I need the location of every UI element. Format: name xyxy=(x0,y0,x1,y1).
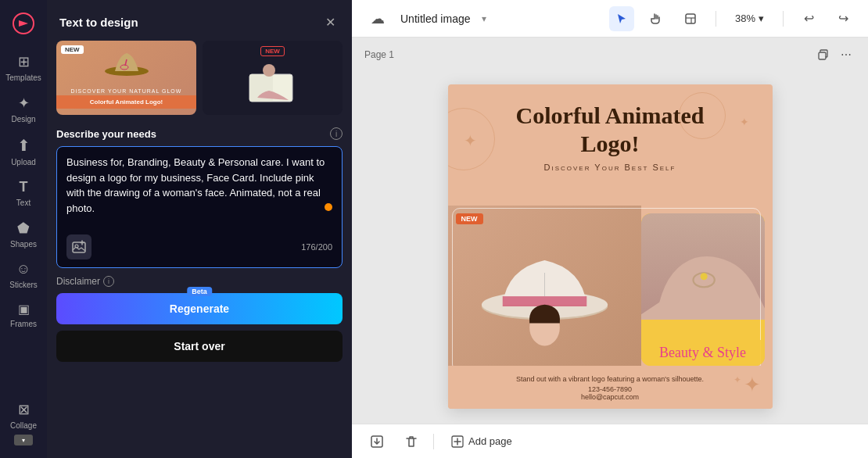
hand-tool-button[interactable] xyxy=(644,6,669,31)
text-to-design-panel: Text to design ✕ NEW DISCOVER YOUR NATUR… xyxy=(47,0,352,458)
collage-expand[interactable]: ▾ xyxy=(14,435,33,445)
regenerate-button[interactable]: Beta Regenerate xyxy=(56,293,343,324)
sidebar-item-label: Shapes xyxy=(10,240,37,249)
deco-star-2: ✦ xyxy=(740,116,749,128)
cloud-icon: ☁ xyxy=(371,10,385,27)
upload-icon: ⬆ xyxy=(17,136,30,155)
thumb-label-1: Colorful Animated Logo! xyxy=(56,95,196,109)
deco-circle-2 xyxy=(679,92,726,139)
sidebar-item-label: Upload xyxy=(11,158,36,166)
add-page-label: Add page xyxy=(468,435,512,447)
main-area: ☁ Untitled image ▾ 38% ▾ xyxy=(352,0,868,458)
card-tagline: Stand out with a vibrant logo featuring … xyxy=(516,375,704,383)
hand-photo xyxy=(641,213,765,320)
svg-point-19 xyxy=(700,273,707,280)
orange-dot xyxy=(325,203,332,211)
sidebar-item-design[interactable]: ✦ Design xyxy=(0,88,47,130)
redo-button[interactable]: ↪ xyxy=(830,6,855,31)
panel-header: Text to design ✕ xyxy=(47,0,352,41)
more-options-button[interactable]: ⋯ xyxy=(837,45,855,64)
page-label: Page 1 xyxy=(364,49,394,60)
undo-icon: ↩ xyxy=(804,11,814,26)
svg-point-6 xyxy=(263,64,275,77)
sidebar-item-label: Frames xyxy=(10,320,37,328)
describe-info-icon[interactable]: i xyxy=(330,127,343,140)
sidebar-item-upload[interactable]: ⬆ Upload xyxy=(0,130,47,173)
disclaimer-label: Disclaimer xyxy=(56,276,100,287)
collage-icon: ⊠ xyxy=(18,401,30,418)
thumb-discover-text: DISCOVER YOUR NATURAL GLOW xyxy=(71,88,182,94)
text-icon: T xyxy=(20,179,28,195)
describe-textarea[interactable]: Business for, Branding, Beauty & Persona… xyxy=(66,155,332,225)
duplicate-page-button[interactable] xyxy=(813,45,832,64)
zoom-chevron-icon: ▾ xyxy=(759,13,764,24)
deco-star-small: ✦ xyxy=(733,374,741,385)
topbar-divider xyxy=(716,11,716,27)
add-page-button[interactable]: Add page xyxy=(443,431,520,453)
sidebar-nav-items: ⊞ Templates ✦ Design ⬆ Upload T Text ⬟ S… xyxy=(0,47,47,335)
textarea-footer: 176/200 xyxy=(66,234,332,259)
document-title[interactable]: Untitled image xyxy=(400,13,471,25)
title-chevron-icon[interactable]: ▾ xyxy=(482,13,486,24)
layout-tool-button[interactable] xyxy=(678,6,703,31)
sidebar-item-frames[interactable]: ▣ Frames xyxy=(0,295,47,335)
zoom-control[interactable]: 38% ▾ xyxy=(729,9,770,27)
topbar: ☁ Untitled image ▾ 38% ▾ xyxy=(352,0,868,38)
disclaimer-info-icon[interactable]: i xyxy=(103,276,114,287)
thumb-badge-2: NEW xyxy=(260,46,285,56)
topbar-divider-2 xyxy=(783,11,784,27)
thumb-badge-1: NEW xyxy=(61,45,84,54)
textarea-wrapper: Business for, Branding, Beauty & Persona… xyxy=(56,146,343,268)
svg-rect-7 xyxy=(73,242,85,252)
svg-rect-9 xyxy=(686,14,695,23)
bottom-divider xyxy=(433,434,434,449)
sidebar-item-label: Design xyxy=(11,115,35,123)
sidebar-item-label: Templates xyxy=(5,73,41,82)
save-to-drive-button[interactable] xyxy=(364,429,389,454)
zoom-level: 38% xyxy=(735,13,755,24)
cursor-tool-button[interactable] xyxy=(609,6,634,31)
panel-close-button[interactable]: ✕ xyxy=(321,13,339,31)
svg-rect-12 xyxy=(819,52,826,59)
sidebar-item-templates[interactable]: ⊞ Templates xyxy=(0,47,47,88)
card-subtitle: Discover Your Best Self xyxy=(464,163,757,172)
card-center-area: NEW xyxy=(448,206,773,374)
sidebar-item-text[interactable]: T Text xyxy=(0,173,47,213)
thumbnail-list: NEW DISCOVER YOUR NATURAL GLOW Colorful … xyxy=(47,41,352,124)
delete-page-button[interactable] xyxy=(399,429,424,454)
beta-badge: Beta xyxy=(187,287,212,296)
templates-icon: ⊞ xyxy=(18,53,30,70)
page-label-row: Page 1 ⋯ xyxy=(352,38,868,69)
card-email: hello@capcut.com xyxy=(581,393,639,401)
start-over-button[interactable]: Start over xyxy=(56,331,343,362)
canvas-scroll[interactable]: ✦ ✦ Colorful AnimatedLogo! Discover Your… xyxy=(352,69,868,424)
panel-title: Text to design xyxy=(59,16,138,29)
deco-star-bottom: ✦ xyxy=(744,373,761,397)
sidebar-item-stickers[interactable]: ☺ Stickers xyxy=(0,255,47,295)
card-phone: 123-456-7890 xyxy=(588,385,632,393)
canvas-area: Page 1 ⋯ ✦ ✦ Co xyxy=(352,38,868,424)
design-icon: ✦ xyxy=(18,95,30,112)
card-top-text: Colorful AnimatedLogo! Discover Your Bes… xyxy=(448,84,773,178)
undo-button[interactable]: ↩ xyxy=(796,6,821,31)
stickers-icon: ☺ xyxy=(16,261,30,277)
thumbnail-2[interactable]: NEW xyxy=(203,41,343,115)
page-actions: ⋯ xyxy=(813,45,855,64)
sidebar-item-collage[interactable]: ⊠ Collage ▾ xyxy=(0,395,47,452)
image-upload-button[interactable] xyxy=(66,234,91,259)
sidebar-item-label: Stickers xyxy=(9,281,38,289)
describe-header: Describe your needs i xyxy=(56,127,343,140)
char-count: 176/200 xyxy=(301,242,332,252)
bottom-bar: Add page xyxy=(352,424,868,458)
card-photo-left: NEW xyxy=(448,206,641,374)
card-bottom-info: Stand out with a vibrant logo featuring … xyxy=(448,366,773,409)
describe-title: Describe your needs xyxy=(56,128,156,140)
design-card: ✦ ✦ Colorful AnimatedLogo! Discover Your… xyxy=(448,84,773,409)
app-logo[interactable] xyxy=(9,9,38,38)
regenerate-label: Regenerate xyxy=(170,302,229,315)
sidebar-nav: ⊞ Templates ✦ Design ⬆ Upload T Text ⬟ S… xyxy=(0,0,47,458)
thumbnail-1[interactable]: NEW DISCOVER YOUR NATURAL GLOW Colorful … xyxy=(56,41,196,115)
sidebar-item-shapes[interactable]: ⬟ Shapes xyxy=(0,213,47,255)
shapes-icon: ⬟ xyxy=(17,220,30,237)
cloud-save-button[interactable]: ☁ xyxy=(364,7,391,30)
